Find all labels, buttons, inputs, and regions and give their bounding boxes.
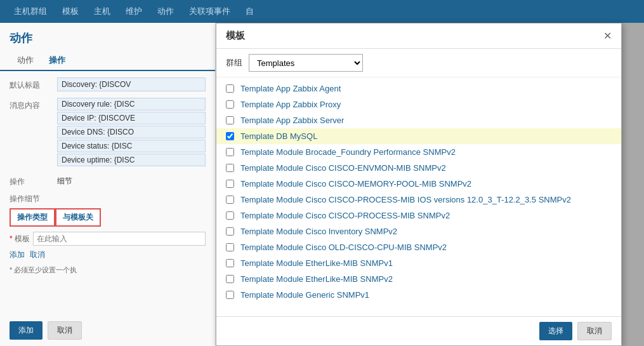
nav-hosts[interactable]: 主机 (86, 0, 118, 23)
template-name[interactable]: Template Module Cisco Inventory SNMPv2 (240, 227, 397, 236)
list-item[interactable]: Template Module Cisco CISCO-PROCESS-MIB … (216, 192, 621, 208)
list-item[interactable]: Template Module Cisco Inventory SNMPv2 (216, 223, 621, 239)
op-tabs: 操作类型 与模板关 (10, 208, 206, 227)
template-input[interactable] (33, 232, 206, 246)
template-row: * 模板 (10, 232, 206, 246)
message-label: 消息内容 (10, 98, 57, 168)
message-row: 消息内容 Discovery rule: {DISC Device IP: {D… (10, 98, 206, 168)
op-tab-type[interactable]: 操作类型 (10, 208, 55, 227)
template-dialog: 模板 ✕ 群组 TemplatesAllLinuxNetworkApplicat… (216, 23, 622, 346)
template-name[interactable]: Template App Zabbix Server (240, 116, 344, 125)
template-name[interactable]: Template Module Cisco CISCO-ENVMON-MIB S… (240, 163, 446, 173)
template-name[interactable]: Template Module Cisco CISCO-PROCESS-MIB … (240, 211, 450, 220)
template-name[interactable]: Template Module Cisco OLD-CISCO-CPU-MIB … (240, 243, 447, 252)
message-line-1: Device IP: {DISCOVE (57, 112, 206, 124)
dialog-title: 模板 (226, 30, 245, 42)
template-checkbox[interactable] (226, 275, 234, 283)
template-checkbox[interactable] (226, 291, 234, 299)
dialog-close-button[interactable]: ✕ (603, 31, 612, 41)
template-name[interactable]: Template Module EtherLike-MIB SNMPv2 (240, 274, 393, 284)
template-checkbox[interactable] (226, 84, 234, 93)
dialog-cancel-button[interactable]: 取消 (577, 322, 612, 340)
template-name[interactable]: Template DB MySQL (240, 131, 317, 141)
dialog-filter-row: 群组 TemplatesAllLinuxNetworkApplications (216, 49, 621, 77)
template-name[interactable]: Template Module Generic SNMPv1 (240, 290, 369, 300)
template-checkbox[interactable] (226, 100, 234, 109)
template-checkbox[interactable] (226, 148, 234, 156)
default-subject-value: Discovery: {DISCOV (57, 77, 206, 91)
template-checkbox[interactable] (226, 259, 234, 267)
template-list: Template App Zabbix AgentTemplate App Za… (216, 77, 621, 316)
list-item[interactable]: Template App Zabbix Agent (216, 81, 621, 96)
nav-actions[interactable]: 动作 (150, 0, 181, 23)
list-item[interactable]: Template App Zabbix Server (216, 112, 621, 128)
message-value: Discovery rule: {DISC Device IP: {DISCOV… (57, 98, 206, 168)
template-checkbox[interactable] (226, 211, 234, 220)
main-layout: 动作 动作 操作 默认标题 Discovery: {DISCOV 消息内容 Di… (0, 23, 644, 346)
cancel-link[interactable]: 取消 (30, 250, 45, 260)
submit-button[interactable]: 添加 (10, 321, 43, 340)
template-name[interactable]: Template Module Cisco CISCO-PROCESS-MIB … (240, 195, 571, 204)
message-line-3: Device status: {DISC (57, 140, 206, 152)
list-item[interactable]: Template DB MySQL (216, 128, 621, 144)
default-subject-label: 默认标题 (10, 77, 57, 91)
list-item[interactable]: Template Module Generic SNMPv1 (216, 287, 621, 303)
action-label: 操作 (10, 174, 57, 187)
nav-maintenance[interactable]: 维护 (118, 0, 150, 23)
nav-event-correlation[interactable]: 关联项事件 (181, 0, 238, 23)
default-subject-row: 默认标题 Discovery: {DISCOV (10, 77, 206, 91)
filter-label: 群组 (226, 57, 242, 69)
list-item[interactable]: Template Module Cisco CISCO-MEMORY-POOL-… (216, 176, 621, 192)
template-checkbox[interactable] (226, 116, 234, 124)
template-name[interactable]: Template Module EtherLike-MIB SNMPv1 (240, 258, 393, 268)
page-title: 动作 (0, 23, 215, 51)
template-name[interactable]: Template Module Brocade_Foundry Performa… (240, 147, 456, 157)
template-checkbox[interactable] (226, 227, 234, 236)
add-link[interactable]: 添加 (10, 250, 25, 260)
top-nav: 主机群组 模板 主机 维护 动作 关联项事件 自 (0, 0, 644, 23)
template-checkbox[interactable] (226, 164, 234, 172)
template-name[interactable]: Template App Zabbix Agent (240, 84, 341, 93)
tab-actions[interactable]: 动作 (10, 51, 41, 70)
cancel-button[interactable]: 取消 (48, 321, 82, 340)
tab-operations[interactable]: 操作 (41, 51, 73, 71)
sub-tabs: 动作 操作 (0, 51, 215, 71)
message-line-2: Device DNS: {DISCO (57, 126, 206, 138)
message-line-0: Discovery rule: {DISC (57, 98, 206, 110)
template-checkbox[interactable] (226, 196, 234, 204)
right-panel: 模板 ✕ 群组 TemplatesAllLinuxNetworkApplicat… (216, 23, 644, 346)
left-panel: 动作 动作 操作 默认标题 Discovery: {DISCOV 消息内容 Di… (0, 23, 216, 346)
group-filter-select[interactable]: TemplatesAllLinuxNetworkApplications (249, 54, 363, 72)
required-note: * 必须至少设置一个执 (10, 265, 206, 275)
template-name[interactable]: Template App Zabbix Proxy (240, 100, 341, 109)
template-checkbox[interactable] (226, 243, 234, 251)
nav-more[interactable]: 自 (238, 0, 261, 23)
template-name[interactable]: Template Module Cisco CISCO-MEMORY-POOL-… (240, 179, 471, 189)
op-section-label: 操作细节 (10, 194, 206, 204)
template-field-label: * 模板 (10, 234, 30, 244)
nav-host-groups[interactable]: 主机群组 (6, 0, 55, 23)
dialog-title-bar: 模板 ✕ (216, 23, 621, 49)
list-item[interactable]: Template Module Brocade_Foundry Performa… (216, 144, 621, 160)
list-item[interactable]: Template App Zabbix Proxy (216, 96, 621, 112)
nav-templates[interactable]: 模板 (55, 0, 86, 23)
list-item[interactable]: Template Module EtherLike-MIB SNMPv1 (216, 255, 621, 271)
message-line-4: Device uptime: {DISC (57, 154, 206, 166)
list-item[interactable]: Template Module Cisco CISCO-ENVMON-MIB S… (216, 160, 621, 176)
add-cancel-row: 添加 取消 (10, 250, 206, 260)
action-row: 操作 细节 (10, 174, 206, 187)
template-checkbox[interactable] (226, 132, 234, 140)
select-button[interactable]: 选择 (539, 322, 572, 340)
list-item[interactable]: Template Module EtherLike-MIB SNMPv2 (216, 271, 621, 287)
template-checkbox[interactable] (226, 180, 234, 188)
dialog-footer: 选择 取消 (216, 316, 621, 345)
list-item[interactable]: Template Module Cisco OLD-CISCO-CPU-MIB … (216, 239, 621, 255)
form-area: 默认标题 Discovery: {DISCOV 消息内容 Discovery r… (0, 71, 215, 315)
action-value: 细节 (57, 174, 72, 187)
op-tab-template[interactable]: 与模板关 (55, 208, 101, 227)
list-item[interactable]: Template Module Cisco CISCO-PROCESS-MIB … (216, 208, 621, 223)
bottom-buttons: 添加 取消 (0, 315, 215, 346)
